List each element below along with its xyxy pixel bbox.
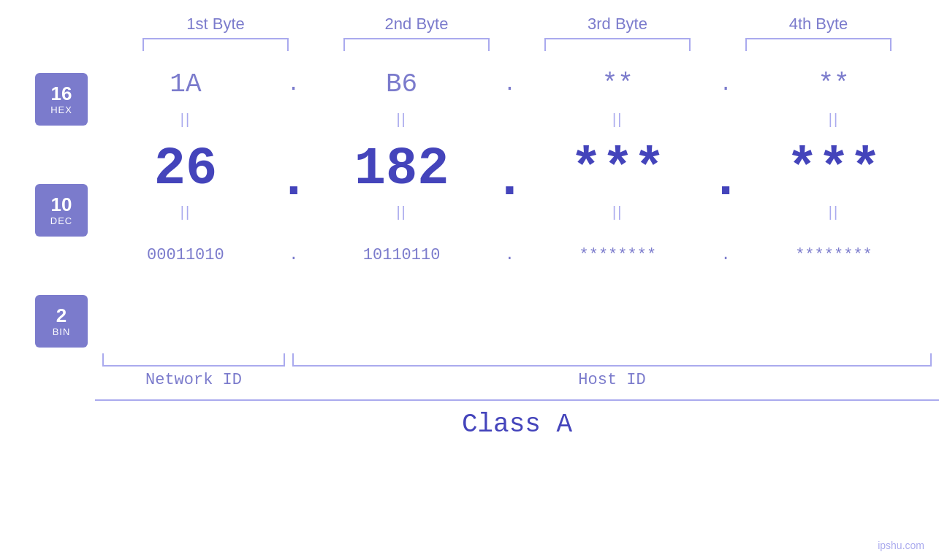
hex-label: 16 HEX xyxy=(35,73,88,126)
class-section: Class A xyxy=(95,399,939,440)
hex-row: 1A . B6 . ** . ** xyxy=(95,58,924,110)
equals-row-1: || || || || xyxy=(95,111,924,128)
byte-header-3: 3rd Byte xyxy=(537,15,698,34)
dec-cell-3: *** xyxy=(544,139,691,199)
eq-5: || xyxy=(113,204,259,220)
top-brackets xyxy=(115,38,919,51)
eq-4: || xyxy=(761,111,907,128)
byte-header-1: 1st Byte xyxy=(135,15,296,34)
class-label: Class A xyxy=(95,410,939,440)
data-grid: 1A . B6 . ** . ** xyxy=(95,51,939,348)
bin-row: 00011010 . 10110110 . ******** . xyxy=(95,229,924,280)
bottom-brackets xyxy=(95,353,939,367)
dec-cell-1: 26 xyxy=(113,139,259,199)
bin-label: 2 BIN xyxy=(35,295,88,348)
bracket-byte-1 xyxy=(142,38,289,51)
id-labels: Network ID Host ID xyxy=(95,371,939,389)
dec-label: 10 DEC xyxy=(35,184,88,237)
bracket-byte-4 xyxy=(745,38,892,51)
class-top-line xyxy=(95,399,939,401)
byte-header-4: 4th Byte xyxy=(738,15,899,34)
hex-cell-2: B6 xyxy=(329,69,475,99)
bin-cell-4: ******** xyxy=(761,246,907,264)
dec-dot-1: . xyxy=(279,129,308,210)
dec-cell-4: *** xyxy=(761,139,907,199)
eq-2: || xyxy=(329,111,475,128)
bin-cell-3: ******** xyxy=(544,246,691,264)
eq-7: || xyxy=(544,204,691,220)
eq-6: || xyxy=(329,204,475,220)
dec-dot-2: . xyxy=(495,129,524,210)
bin-dot-3: . xyxy=(711,246,740,264)
bin-cell-2: 10110110 xyxy=(329,246,475,264)
host-id-label: Host ID xyxy=(292,371,932,389)
left-labels: 16 HEX 10 DEC 2 BIN xyxy=(0,73,95,348)
network-id-bracket xyxy=(102,353,285,367)
bracket-byte-3 xyxy=(544,38,691,51)
hex-dot-2: . xyxy=(495,73,524,96)
eq-3: || xyxy=(544,111,691,128)
eq-8: || xyxy=(761,204,907,220)
network-id-label: Network ID xyxy=(102,371,285,389)
bin-cell-1: 00011010 xyxy=(113,246,259,264)
hex-cell-4: ** xyxy=(761,69,907,99)
hex-cell-3: ** xyxy=(544,69,691,99)
main-container: 1st Byte 2nd Byte 3rd Byte 4th Byte 16 H… xyxy=(0,0,939,560)
byte-header-2: 2nd Byte xyxy=(336,15,497,34)
dec-cell-2: 182 xyxy=(329,139,475,199)
host-id-bracket xyxy=(292,353,932,367)
dec-row: 26 . 182 . *** . *** xyxy=(95,137,924,202)
footer-text: ipshu.com xyxy=(878,540,924,551)
hex-dot-1: . xyxy=(279,73,308,96)
dec-dot-3: . xyxy=(711,129,740,210)
bracket-byte-2 xyxy=(343,38,490,51)
hex-cell-1: 1A xyxy=(113,69,259,99)
bin-dot-2: . xyxy=(495,246,524,264)
equals-row-2: || || || || xyxy=(95,204,924,220)
byte-headers: 1st Byte 2nd Byte 3rd Byte 4th Byte xyxy=(115,0,919,34)
eq-1: || xyxy=(113,111,259,128)
hex-dot-3: . xyxy=(711,73,740,96)
bin-dot-1: . xyxy=(279,246,308,264)
